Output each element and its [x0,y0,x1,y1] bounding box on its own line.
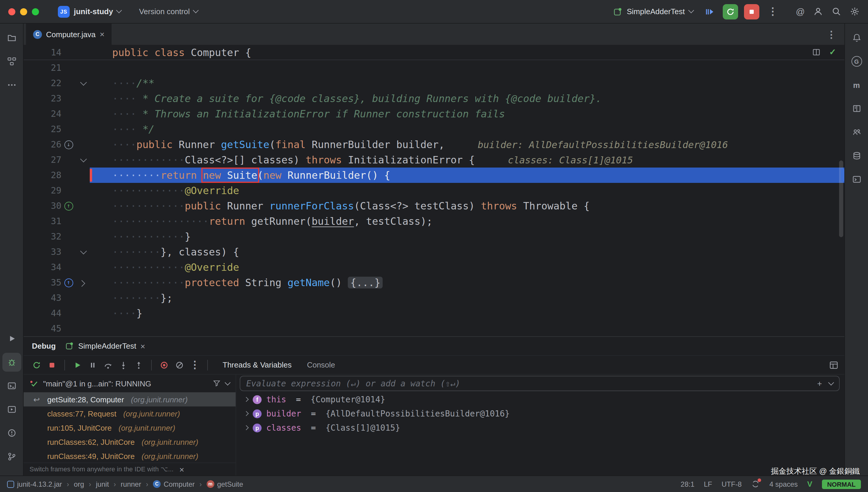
line-number[interactable]: 28 [24,168,62,183]
breadcrumb-item[interactable]: junit [96,480,109,488]
version-control-tool-button[interactable] [2,447,21,466]
python-console-tool-button[interactable] [847,170,866,189]
line-number[interactable]: 24 [24,106,62,122]
code-line-body[interactable]: ···· * Create a suite for {@code classes… [90,91,844,106]
chevron-right-icon[interactable] [244,411,249,416]
line-number[interactable]: 23 [24,91,62,106]
code-line[interactable]: 22····/** [24,75,844,91]
vcs-sync-widget[interactable] [751,479,760,489]
tab-options-icon[interactable]: ⋮ [827,29,844,40]
code-line[interactable]: 31················return getRunner(build… [24,214,844,229]
stop-button[interactable] [744,4,759,19]
code-line[interactable]: 23···· * Create a suite for {@code class… [24,91,844,106]
code-line[interactable]: 45 [24,321,844,336]
variable-row[interactable]: pclasses = {Class[1]@1015} [236,421,844,435]
code-line-body[interactable]: ············@Override [90,260,844,275]
line-number[interactable]: 14 [24,45,62,59]
code-line-body[interactable]: ················return getRunner(builder… [90,214,844,229]
inspections-ok-icon[interactable]: ✓ [829,47,836,57]
code-editor[interactable]: 14public class Computer { 2122····/**23·… [24,45,844,336]
line-number[interactable]: 34 [24,260,62,275]
overridden-method-icon[interactable]: ↓ [64,140,73,149]
run-tool-button[interactable] [2,329,21,348]
vcs-widget[interactable]: Version control [139,7,198,16]
overriding-method-icon[interactable]: ↑ [64,278,73,287]
code-line[interactable]: 34············@Override [24,260,844,275]
chevron-right-icon[interactable] [244,425,249,430]
step-out-button[interactable] [132,358,146,372]
breadcrumb-item[interactable]: mgetSuite [207,480,243,488]
breadcrumb-item[interactable]: CComputer [153,480,194,488]
line-number[interactable]: 35 [24,275,62,290]
chevron-down-icon[interactable] [225,379,231,385]
code-line-body[interactable]: ········}, classes) { [90,244,844,260]
stack-frame[interactable]: classes:77, Request (org.junit.runner) [24,407,236,421]
line-number[interactable]: 26 [24,137,62,152]
rerun-debug-button[interactable] [29,358,44,372]
fold-closed-icon[interactable] [78,280,85,287]
zoom-window-button[interactable] [32,8,39,15]
code-line[interactable]: 29············@Override [24,183,844,198]
filter-funnel-icon[interactable] [213,379,221,388]
debug-tool-button[interactable] [2,353,21,372]
stop-debug-button[interactable] [45,358,59,372]
view-breakpoints-button[interactable] [157,358,171,372]
code-line[interactable]: 21 [24,60,844,75]
run-configuration-selector[interactable]: SimpleAdderTest [613,7,693,16]
problems-tool-button[interactable] [2,423,21,442]
project-widget[interactable]: JS junit-study [54,4,125,19]
structure-tool-button[interactable] [2,52,21,71]
code-line-body[interactable]: ············protected String getName() {… [90,275,844,290]
line-separator[interactable]: LF [704,480,712,488]
chevron-down-icon[interactable] [828,379,834,385]
code-line-body[interactable]: ····/** [90,75,844,91]
debug-session-tab[interactable]: SimpleAdderTest × [65,342,145,350]
stack-frame[interactable]: run:105, JUnitCore (org.junit.runner) [24,421,236,435]
layout-settings-button[interactable] [829,360,839,370]
stack-frame[interactable]: ↩getSuite:28, Computer (org.junit.runner… [24,392,236,407]
services-tool-button[interactable] [2,400,21,419]
code-line[interactable]: 35↑············protected String getName(… [24,275,844,290]
code-line-body[interactable]: ············} [90,229,844,244]
code-line[interactable]: 28········return new Suite(new RunnerBui… [24,168,844,183]
fold-open-icon[interactable] [80,248,87,254]
notifications-tool-button[interactable] [847,28,866,47]
terminal-tool-button[interactable] [2,376,21,395]
breadcrumb-item[interactable]: junit-4.13.2.jar [7,480,62,488]
close-icon[interactable]: × [100,30,104,38]
stack-frame[interactable]: runClasses:62, JUnitCore (org.junit.runn… [24,435,236,449]
code-line[interactable]: 26↓····public Runner getSuite(final Runn… [24,137,844,152]
code-line-body[interactable]: ············public Runner runnerForClass… [90,198,844,214]
code-line-body[interactable]: ········}; [90,290,844,305]
variable-row[interactable]: pbuilder = {AllDefaultPossibilitiesBuild… [236,407,844,421]
editor-tab-computer-java[interactable]: C Computer.java × [26,24,112,45]
close-icon[interactable]: × [140,342,145,350]
line-number[interactable]: 31 [24,214,62,229]
code-line[interactable]: 32············} [24,229,844,244]
maven-tool-button[interactable]: m [847,75,866,94]
ideavim-icon[interactable]: V [807,479,812,489]
code-line-body[interactable]: ············@Override [90,183,844,198]
code-line-body[interactable]: ····public Runner getSuite(final RunnerB… [90,137,844,152]
inspection-widget[interactable]: ✓ [810,47,839,57]
line-number[interactable]: 45 [24,321,62,336]
pause-button[interactable] [86,358,100,372]
code-line-body[interactable]: ············Class<?>[] classes) throws I… [90,152,844,168]
line-number[interactable]: 32 [24,229,62,244]
minimize-window-button[interactable] [20,8,27,15]
indent-setting[interactable]: 4 spaces [769,480,798,488]
debug-button[interactable] [702,4,717,19]
vim-mode-badge[interactable]: NORMAL [822,479,861,489]
code-line-body[interactable] [90,60,844,75]
line-number[interactable]: 30 [24,198,62,214]
thread-selector[interactable]: "main"@1 in g...ain": RUNNING [24,375,236,392]
code-line[interactable]: 27············Class<?>[] classes) throws… [24,152,844,168]
search-icon[interactable] [831,6,841,17]
caret-position[interactable]: 28:1 [681,480,695,488]
add-watch-icon[interactable]: + [817,379,822,388]
step-into-button[interactable] [116,358,131,372]
rerun-button[interactable] [723,4,738,19]
code-line-body[interactable]: public class Computer { [90,45,844,59]
settings-gear-icon[interactable] [850,6,860,17]
line-number[interactable]: 33 [24,244,62,260]
